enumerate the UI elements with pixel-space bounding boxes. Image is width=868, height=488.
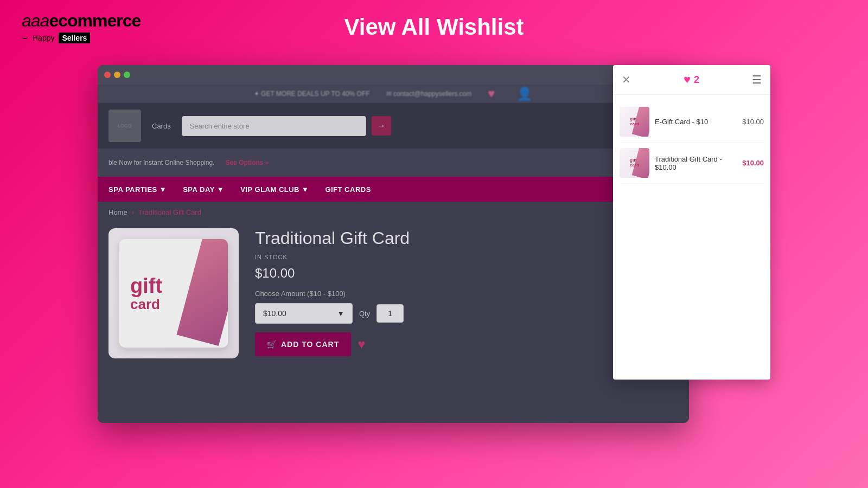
wishlist-item-price-alt-2: $10.00 [742,159,764,167]
add-to-cart-label: ADD TO CART [281,340,339,349]
nav-item-spa-parties[interactable]: SPA PARTIES ▼ [108,185,167,194]
browser-titlebar [98,65,689,85]
nav-label-spa-day: SPA DAY [183,185,215,194]
nav-item-gift-cards[interactable]: GIFT CARDS [325,185,371,194]
store-topbar: ✦ GET MORE DEALS UP TO 40% OFF ✉ contact… [98,85,689,103]
store-page: ✦ GET MORE DEALS UP TO 40% OFF ✉ contact… [98,85,689,423]
wishlist-icon-topbar[interactable]: ♥ [488,87,495,101]
wishlist-item-image-1: gift card [620,107,649,137]
breadcrumb-home[interactable]: Home [108,208,127,216]
list-item: gift card E-Gift Card - $10 $10.00 [620,101,764,143]
store-header: LOGO Cards Search entire store → 🛒 CART … [98,103,689,149]
gift-card-visual: gift card [119,239,228,348]
nav-label-gift-cards: GIFT CARDS [325,185,371,194]
item-ribbon-2 [632,148,649,178]
sidebar-close-button[interactable]: ✕ [622,73,631,86]
add-to-cart-button[interactable]: 🛒 ADD TO CART [255,332,351,356]
nav-item-vip-glam[interactable]: VIP GLAM CLUB ▼ [240,185,309,194]
wishlist-item-info-2: Traditional Gift Card - $10.00 [655,155,737,171]
chevron-down-icon-3: ▼ [302,185,309,194]
store-search-area: Search entire store → [182,116,620,136]
sidebar-header: ✕ ♥ 2 ☰ [613,65,770,95]
search-button[interactable]: → [372,116,391,136]
item-ribbon-1 [632,107,649,137]
chevron-down-icon-amount: ▼ [337,309,344,318]
wishlist-item-image-2: gift card [620,148,649,178]
qty-input[interactable]: 1 [376,304,404,323]
sidebar-wishlist-count: ♥ 2 [684,73,699,87]
brand-name: aaaecommerce [22,11,141,31]
brand-happy: Happy [33,34,54,42]
smile-icon: ⌣ [22,32,28,43]
brand-tagline: ⌣ Happy Sellers [22,32,141,43]
header-cards-text: Cards [152,122,171,130]
sidebar-menu-icon[interactable]: ☰ [752,73,762,86]
breadcrumb-current: Traditional Gift Card [138,208,201,216]
browser-dot-green [124,72,130,78]
cart-icon-btn: 🛒 [267,340,277,349]
breadcrumb-separator: › [132,208,134,216]
chevron-down-icon-2: ▼ [217,185,224,194]
browser-window: ✦ GET MORE DEALS UP TO 40% OFF ✉ contact… [98,65,689,423]
search-placeholder: Search entire store [190,122,250,130]
brand-logo: aaaecommerce ⌣ Happy Sellers [22,11,141,43]
brand-name-ecommerce: ecommerce [49,11,141,30]
page-header: aaaecommerce ⌣ Happy Sellers View All Wi… [0,0,868,54]
account-icon-topbar[interactable]: 👤 [516,86,533,101]
wishlist-item-price-1: $10.00 [742,118,764,126]
qty-label: Qty [359,310,370,318]
brand-name-aaa: aaa [22,11,49,30]
nav-label-vip-glam: VIP GLAM CLUB [240,185,299,194]
store-nav: SPA PARTIES ▼ SPA DAY ▼ VIP GLAM CLUB ▼ … [98,177,689,202]
product-image-container: gift card [108,228,239,358]
amount-select[interactable]: $10.00 ▼ [255,303,353,324]
amount-value: $10.00 [263,309,286,318]
chevron-down-icon: ▼ [159,185,167,194]
browser-dot-red [104,72,111,78]
page-title: View All Wishlist [344,14,524,40]
topbar-promo2: ✉ contact@happysellers.com [386,90,472,98]
gift-word-gift: gift [130,275,162,296]
breadcrumb: Home › Traditional Gift Card [98,202,689,223]
promo-bar: ble Now for Instant Online Shopping. See… [98,149,689,177]
wishlist-items-list: gift card E-Gift Card - $10 $10.00 gift … [613,95,770,380]
store-logo-area: LOGO [108,110,141,142]
topbar-promo1: ✦ GET MORE DEALS UP TO 40% OFF [254,90,370,98]
gift-word-card: card [130,297,162,311]
gift-card-text: gift card [130,275,162,311]
search-box[interactable]: Search entire store [182,116,366,136]
brand-sellers: Sellers [59,33,90,43]
wishlist-item-name-2: Traditional Gift Card - $10.00 [655,155,737,171]
wishlist-item-name-1: E-Gift Card - $10 [655,118,737,126]
nav-label-spa-parties: SPA PARTIES [108,185,157,194]
promo-text: ble Now for Instant Online Shopping. [108,159,214,166]
nav-item-spa-day[interactable]: SPA DAY ▼ [183,185,224,194]
sidebar-heart-icon: ♥ [684,73,691,87]
browser-dot-yellow [114,72,120,78]
sidebar-count-number: 2 [694,74,699,86]
wishlist-sidebar: ✕ ♥ 2 ☰ gift card E-Gift Card - $10 $10.… [613,65,770,380]
gift-card-ribbon [176,239,228,346]
wishlist-item-info-1: E-Gift Card - $10 [655,118,737,126]
wishlist-heart-button[interactable]: ♥ [358,337,365,352]
see-options-link[interactable]: See Options » [225,159,269,166]
product-area: gift card Traditional Gift Card IN STOCK… [98,223,689,364]
list-item: gift card Traditional Gift Card - $10.00… [620,143,764,184]
